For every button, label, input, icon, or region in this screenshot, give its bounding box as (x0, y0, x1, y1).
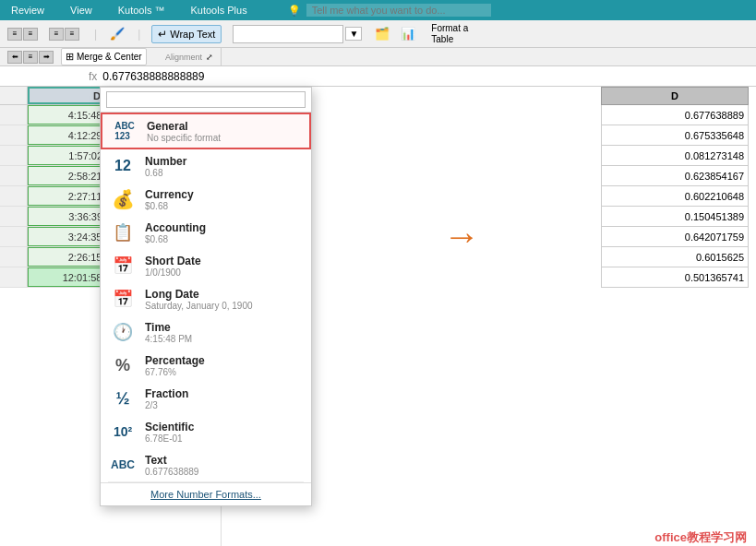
time-label: Time (145, 321, 192, 334)
number-format-input[interactable] (233, 25, 343, 43)
merge-center-button[interactable]: ⊞ Merge & Center (61, 48, 147, 65)
dropdown-item-general[interactable]: ABC123 General No specific format (101, 113, 311, 149)
align-left-group: ≡ ≡ (7, 28, 38, 41)
row-num-8 (0, 247, 28, 267)
text-format-icon: ABC (108, 452, 138, 478)
row-num-6 (0, 207, 28, 226)
ribbon-row3: ⬅ ≡ ➡ ⊞ Merge & Center Alignment ⤢ (0, 48, 756, 66)
dropdown-item-time[interactable]: 🕐 Time 4:15:48 PM (101, 315, 311, 349)
right-cell-7[interactable]: 0.642071759 (601, 227, 749, 247)
align-center-btn[interactable]: ≡ (23, 51, 38, 64)
watermark: office教程学习网 www.office68.com (654, 529, 747, 546)
ribbon-search-input[interactable] (306, 4, 491, 17)
row-num-1 (0, 105, 28, 125)
number-icon: 12 (108, 153, 138, 179)
scientific-sub: 6.78E-01 (145, 433, 194, 444)
right-spreadsheet: D 0.677638889 0.675335648 0.081273148 0.… (601, 87, 749, 288)
long-date-icon: 📅 (108, 286, 138, 312)
align-left-btn[interactable]: ⬅ (7, 51, 22, 64)
fraction-label: Fraction (145, 387, 188, 400)
watermark-line1: office教程学习网 (654, 529, 747, 546)
time-text: Time 4:15:48 PM (145, 321, 192, 344)
fraction-icon: ½ (108, 386, 138, 411)
right-cell-9[interactable]: 0.501365741 (601, 267, 749, 288)
scientific-icon: 10² (108, 419, 138, 445)
accounting-label: Accounting (145, 221, 206, 234)
merge-label: Merge & Center (77, 52, 142, 62)
format-table-button[interactable]: Format a Table (425, 20, 474, 48)
ribbon-tab-kutools-plus[interactable]: Kutools Plus (186, 3, 250, 18)
short-date-label: Short Date (145, 255, 201, 267)
wrap-text-label: Wrap Text (170, 29, 215, 40)
align-top-center-icon[interactable]: ≡ (23, 28, 38, 41)
scientific-label: Scientific (145, 421, 194, 433)
right-cell-3[interactable]: 0.081273148 (601, 146, 749, 166)
currency-sub: $0.68 (145, 201, 194, 211)
right-cell-8[interactable]: 0.6015625 (601, 247, 749, 267)
right-cell-1[interactable]: 0.677638889 (601, 105, 749, 125)
number-label: Number (145, 155, 186, 168)
main-spreadsheet-area: D E 4:15:48 PM 4:12:29 PM 1:57:02 AM (0, 87, 756, 546)
format-table-icon[interactable]: 📊 (399, 25, 417, 42)
accounting-text: Accounting $0.68 (145, 221, 206, 244)
dropdown-item-short-date[interactable]: 📅 Short Date 1/0/1900 (101, 249, 311, 282)
right-cell-6[interactable]: 0.150451389 (601, 207, 749, 227)
align-bottom-left-icon[interactable]: ≡ (49, 28, 64, 41)
fraction-text: Fraction 2/3 (145, 387, 188, 410)
dropdown-item-long-date[interactable]: 📅 Long Date Saturday, January 0, 1900 (101, 282, 311, 315)
dropdown-item-number[interactable]: 12 Number 0.68 (101, 149, 311, 183)
right-cell-4[interactable]: 0.623854167 (601, 166, 749, 186)
short-date-sub: 1/0/1900 (145, 267, 201, 278)
long-date-label: Long Date (145, 288, 253, 301)
time-icon: 🕐 (108, 319, 138, 345)
orientation-icon[interactable]: 🖌️ (108, 25, 126, 42)
dropdown-item-scientific[interactable]: 10² Scientific 6.78E-01 (101, 415, 311, 448)
right-col-header: D (601, 87, 749, 105)
number-format-dropdown-arrow[interactable]: ▼ (345, 27, 362, 41)
more-formats-button[interactable]: More Number Formats... (101, 482, 311, 505)
wrap-text-icon: ↵ (158, 28, 167, 41)
alignment-label: Alignment (165, 53, 202, 62)
conditional-format-icon[interactable]: 🗂️ (373, 25, 391, 42)
fraction-sub: 2/3 (145, 400, 188, 410)
general-text: General No specific format (147, 120, 221, 143)
general-sub: No specific format (147, 133, 221, 143)
ribbon-tab-kutools[interactable]: Kutools ™ (114, 3, 169, 18)
dropdown-item-percentage[interactable]: % Percentage 67.76% (101, 349, 311, 382)
align-top-left-icon[interactable]: ≡ (7, 28, 22, 41)
short-date-icon: 📅 (108, 253, 138, 279)
format-table-label: Format a Table (431, 23, 468, 45)
ribbon-tab-review[interactable]: Review (7, 3, 48, 18)
currency-label: Currency (145, 188, 194, 201)
text-format-label: Text (145, 454, 198, 467)
align-bottom-center-icon[interactable]: ≡ (65, 28, 79, 41)
ribbon-tab-view[interactable]: View (66, 3, 96, 18)
wrap-text-button[interactable]: ↵ Wrap Text (151, 25, 222, 43)
merge-icon: ⊞ (66, 51, 74, 63)
row-num-3 (0, 146, 28, 165)
row-num-2 (0, 125, 28, 145)
long-date-sub: Saturday, January 0, 1900 (145, 301, 253, 311)
accounting-icon: 📋 (108, 220, 138, 245)
dropdown-item-accounting[interactable]: 📋 Accounting $0.68 (101, 216, 311, 249)
dropdown-item-text[interactable]: ABC Text 0.677638889 (101, 448, 311, 481)
dropdown-search-input[interactable] (106, 91, 306, 108)
formula-bar: fx 0.677638888888889 (0, 66, 756, 87)
dropdown-item-fraction[interactable]: ½ Fraction 2/3 (101, 382, 311, 415)
percentage-label: Percentage (145, 354, 205, 367)
dropdown-item-currency[interactable]: 💰 Currency $0.68 (101, 183, 311, 216)
indent-group: ⬅ ≡ ➡ (7, 51, 54, 64)
dropdown-search-area (101, 88, 311, 113)
currency-text: Currency $0.68 (145, 188, 194, 211)
number-text: Number 0.68 (145, 155, 186, 178)
formula-bar-fx: fx (89, 70, 97, 83)
text-format-sub: 0.677638889 (145, 467, 198, 477)
row-num-5 (0, 186, 28, 206)
alignment-expand-icon[interactable]: ⤢ (206, 53, 213, 62)
right-cell-5[interactable]: 0.602210648 (601, 186, 749, 207)
formula-bar-value: 0.677638888888889 (102, 70, 204, 83)
align-right-btn[interactable]: ➡ (39, 51, 54, 64)
short-date-text: Short Date 1/0/1900 (145, 255, 201, 278)
ribbon-toolbar: ≡ ≡ ≡ ≡ | 🖌️ | ↵ Wrap Text ▼ 🗂️ 📊 Format… (0, 20, 756, 48)
right-cell-2[interactable]: 0.675335648 (601, 125, 749, 146)
